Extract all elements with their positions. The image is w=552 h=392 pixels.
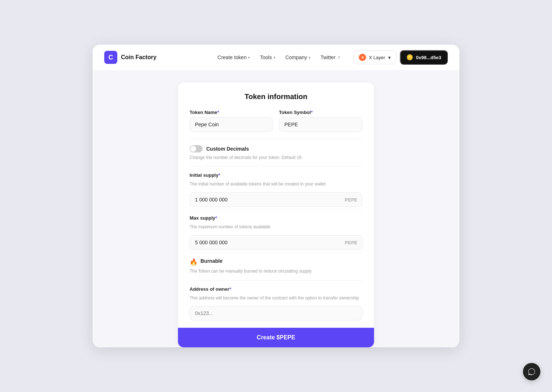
- max-supply-label: Max supply*: [190, 215, 362, 221]
- max-supply-suffix: PEPE: [345, 240, 357, 245]
- burnable-row: 🔥 Burnable: [190, 258, 362, 266]
- max-supply-input[interactable]: [190, 235, 362, 250]
- divider: [190, 252, 362, 252]
- token-form: Token information Token Name* Token Symb…: [178, 82, 374, 348]
- chevron-down-icon: ▾: [248, 56, 250, 60]
- initial-supply-label: Initial supply*: [190, 172, 362, 178]
- max-supply-input-wrapper: PEPE: [190, 235, 362, 250]
- max-supply-group: Max supply* The maximum number of tokens…: [190, 215, 362, 250]
- owner-group: Address of owner* This address will beco…: [190, 286, 362, 321]
- divider: [190, 209, 362, 209]
- wallet-button[interactable]: 🪙 0x98...d5e3: [400, 50, 448, 65]
- custom-decimals-toggle[interactable]: [190, 145, 203, 152]
- initial-supply-input-wrapper: PEPE: [190, 192, 362, 207]
- chat-icon: [528, 368, 536, 376]
- burnable-content: Burnable: [200, 258, 223, 264]
- network-selector-button[interactable]: ✕ X Layer ▾: [353, 50, 396, 64]
- chat-bubble-button[interactable]: [523, 363, 540, 380]
- chevron-down-icon: ▾: [273, 56, 275, 60]
- owner-label: Address of owner*: [190, 286, 362, 292]
- nav-create-token[interactable]: Create token ▾: [213, 52, 254, 63]
- form-title: Token information: [190, 93, 362, 101]
- navbar: C Coin Factory Create token ▾ Tools ▾ Co…: [93, 45, 459, 71]
- nav-company[interactable]: Company ▾: [281, 52, 315, 63]
- chevron-down-icon: ▾: [309, 56, 310, 60]
- initial-supply-group: Initial supply* The initial number of av…: [190, 172, 362, 207]
- token-symbol-label: Token Symbol*: [279, 110, 362, 115]
- fire-icon: 🔥: [190, 258, 198, 266]
- token-name-group: Token Name*: [190, 110, 273, 132]
- content-area: Token information Token Name* Token Symb…: [93, 71, 459, 348]
- brand-name: Coin Factory: [121, 54, 157, 61]
- custom-decimals-description: Change the number of decimals for your t…: [190, 155, 362, 161]
- burnable-label: Burnable: [200, 258, 223, 264]
- divider: [190, 139, 362, 139]
- divider: [190, 280, 362, 281]
- network-icon: ✕: [359, 54, 366, 61]
- nav-twitter[interactable]: Twitter ↗: [316, 52, 345, 63]
- chevron-down-icon: ▾: [388, 55, 391, 60]
- nav-tools[interactable]: Tools ▾: [256, 52, 280, 63]
- token-name-input[interactable]: [190, 117, 273, 132]
- external-link-icon: ↗: [337, 55, 340, 60]
- owner-address-input[interactable]: [190, 306, 362, 320]
- initial-supply-suffix: PEPE: [345, 197, 357, 203]
- max-supply-description: The maximum number of tokens available: [190, 224, 362, 230]
- app-window: C Coin Factory Create token ▾ Tools ▾ Co…: [93, 45, 459, 348]
- nav-links: Create token ▾ Tools ▾ Company ▾ Twitter…: [213, 52, 345, 63]
- custom-decimals-row: Custom Decimals: [190, 145, 362, 152]
- initial-supply-input[interactable]: [190, 192, 362, 207]
- burnable-description: The Token can be manually burned to redu…: [190, 268, 362, 274]
- divider: [190, 166, 362, 167]
- token-symbol-input[interactable]: [279, 117, 362, 132]
- brand: C Coin Factory: [104, 51, 157, 64]
- token-name-label: Token Name*: [190, 110, 273, 115]
- token-symbol-group: Token Symbol*: [279, 110, 362, 132]
- brand-logo: C: [104, 51, 117, 64]
- owner-description: This address will become the owner of th…: [190, 295, 362, 301]
- initial-supply-description: The initial number of available tokens t…: [190, 181, 362, 187]
- name-symbol-row: Token Name* Token Symbol*: [190, 110, 362, 132]
- create-token-button[interactable]: Create $PEPE: [178, 328, 374, 347]
- wallet-icon: 🪙: [406, 54, 413, 61]
- nav-right: ✕ X Layer ▾ 🪙 0x98...d5e3: [353, 50, 448, 65]
- custom-decimals-label: Custom Decimals: [206, 146, 249, 152]
